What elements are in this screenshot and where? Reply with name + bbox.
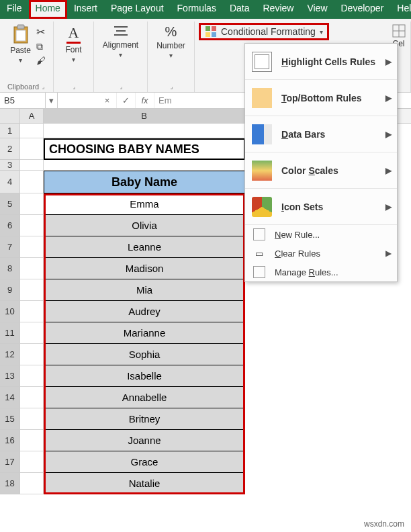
number-button[interactable]: % Number ▾ [154, 23, 188, 60]
cell[interactable] [20, 430, 44, 451]
cell[interactable] [20, 344, 44, 365]
table-row[interactable]: Sophia [44, 344, 245, 365]
svg-rect-2 [16, 30, 26, 41]
cell[interactable] [20, 365, 44, 387]
table-row[interactable]: Natalie [44, 473, 245, 494]
name-box[interactable]: B5 [0, 93, 46, 108]
table-row[interactable]: Grace [44, 451, 245, 473]
row-header[interactable]: 4 [0, 171, 20, 193]
menu-icon-sets[interactable]: Icon Sets ▶ [245, 189, 397, 225]
row-header[interactable]: 3 [0, 160, 20, 171]
menu-data-bars[interactable]: Data Bars ▶ [245, 116, 397, 152]
menu-top-bottom[interactable]: Top/Bottom Rules ▶ [245, 80, 397, 116]
cell[interactable] [20, 236, 44, 258]
row-header[interactable]: 7 [0, 236, 20, 258]
cell[interactable] [20, 408, 44, 430]
dialog-launcher-icon[interactable] [40, 83, 46, 91]
svg-rect-9 [212, 32, 216, 37]
tab-pagelayout[interactable]: Page Layout [104, 0, 171, 19]
table-row[interactable]: Mia [44, 279, 245, 301]
title-cell[interactable]: CHOOSING BABY NAMES [44, 138, 245, 160]
cut-icon[interactable]: ✂ [36, 26, 46, 38]
tab-data[interactable]: Data [223, 0, 257, 19]
table-header-cell[interactable]: Baby Name [44, 171, 245, 193]
table-row[interactable]: Emma [44, 193, 245, 215]
tab-home[interactable]: Home [29, 0, 67, 19]
row-header[interactable]: 18 [0, 473, 20, 494]
tab-file[interactable]: File [0, 0, 29, 19]
namebox-dropdown[interactable]: ▾ [46, 93, 58, 108]
cell[interactable] [20, 322, 44, 344]
row-header[interactable]: 12 [0, 344, 20, 365]
manage-rules-icon [253, 266, 265, 278]
cell[interactable] [20, 138, 44, 160]
tab-developer[interactable]: Developer [334, 0, 391, 19]
row-header[interactable]: 11 [0, 322, 20, 344]
cell[interactable] [20, 171, 44, 193]
select-all-cell[interactable] [0, 109, 20, 123]
group-clipboard: Paste ▾ ✂ ⧉ 🖌 Clipboard [0, 21, 54, 92]
cell[interactable] [20, 215, 44, 236]
row-header[interactable]: 2 [0, 138, 20, 160]
cell[interactable] [20, 301, 44, 322]
table-row[interactable]: Marianne [44, 322, 245, 344]
row-header[interactable]: 8 [0, 258, 20, 279]
table-row[interactable]: Britney [44, 408, 245, 430]
table-row[interactable]: Annabelle [44, 387, 245, 408]
row-header[interactable]: 5 [0, 193, 20, 215]
row-header[interactable]: 17 [0, 451, 20, 473]
table-row[interactable]: Leanne [44, 236, 245, 258]
cell[interactable] [44, 124, 245, 138]
table-row[interactable]: Isabelle [44, 365, 245, 387]
column-header-A[interactable]: A [20, 109, 44, 123]
cell[interactable] [20, 473, 44, 494]
dialog-launcher-icon[interactable] [71, 84, 77, 91]
row-header[interactable]: 9 [0, 279, 20, 301]
cell[interactable] [20, 279, 44, 301]
alignment-button[interactable]: Alignment ▾ [100, 23, 141, 60]
menu-new-rule[interactable]: New Rule... [245, 225, 397, 244]
cell[interactable] [20, 124, 44, 138]
cell[interactable] [20, 387, 44, 408]
table-row[interactable]: Audrey [44, 301, 245, 322]
cell[interactable] [20, 451, 44, 473]
paste-button[interactable]: Paste ▾ [7, 23, 34, 66]
row-header[interactable]: 16 [0, 430, 20, 451]
font-button[interactable]: A Font ▾ [62, 23, 84, 64]
menu-manage-rules[interactable]: Manage Rules... [245, 263, 397, 281]
watermark: wsxdn.com [361, 519, 407, 529]
cell[interactable] [20, 160, 44, 171]
tab-review[interactable]: Review [257, 0, 301, 19]
row-header[interactable]: 10 [0, 301, 20, 322]
menu-highlight-cells[interactable]: Highlight Cells Rules ▶ [245, 44, 397, 80]
tab-formulas[interactable]: Formulas [171, 0, 223, 19]
cancel-button[interactable]: × [98, 93, 117, 108]
row-header[interactable]: 1 [0, 124, 20, 138]
tab-view[interactable]: View [300, 0, 334, 19]
row-header[interactable]: 6 [0, 215, 20, 236]
table-row[interactable]: Madison [44, 258, 245, 279]
cell[interactable] [20, 258, 44, 279]
row-header[interactable]: 14 [0, 387, 20, 408]
confirm-button[interactable]: ✓ [117, 93, 136, 108]
table-row[interactable]: Joanne [44, 430, 245, 451]
copy-icon[interactable]: ⧉ [36, 41, 46, 52]
dialog-launcher-icon[interactable] [118, 84, 124, 91]
table-row[interactable]: Olivia [44, 215, 245, 236]
cell[interactable] [44, 160, 245, 171]
row-header[interactable]: 15 [0, 408, 20, 430]
menu-clear-rules[interactable]: ▭ Clear Rules ▶ [245, 244, 397, 263]
cell[interactable] [20, 193, 44, 215]
format-painter-icon[interactable]: 🖌 [36, 55, 46, 66]
fx-button[interactable]: fx [136, 93, 154, 108]
row-header[interactable]: 13 [0, 365, 20, 387]
dialog-launcher-icon[interactable] [169, 84, 174, 91]
column-header-B[interactable]: B [44, 109, 245, 123]
svg-rect-7 [212, 26, 216, 31]
tab-help[interactable]: Help [390, 0, 411, 19]
font-color-icon: A [66, 24, 81, 44]
conditional-formatting-button[interactable]: Conditional Formatting ▾ [199, 23, 329, 40]
menu-color-scales[interactable]: Color Scales ▶ [245, 152, 397, 189]
group-alignment: Alignment ▾ [94, 21, 148, 92]
tab-insert[interactable]: Insert [67, 0, 104, 19]
